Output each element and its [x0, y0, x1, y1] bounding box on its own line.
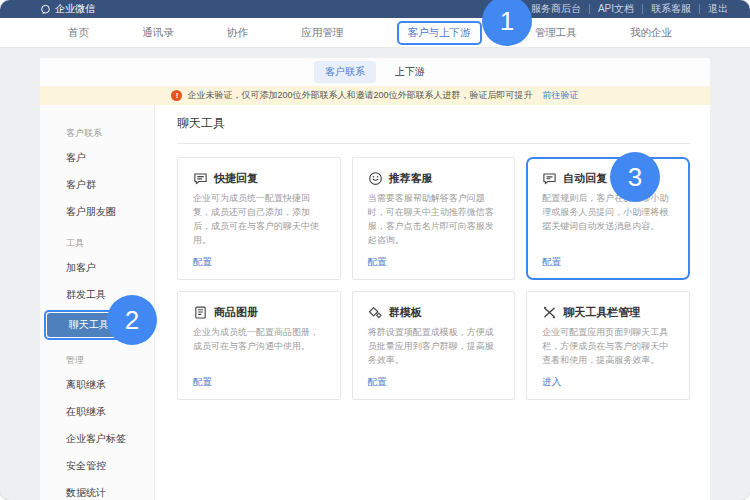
product-catalog-icon — [193, 305, 208, 320]
chat-toolbar-enter-link[interactable]: 进入 — [542, 368, 674, 389]
main-nav: 首页 通讯录 协作 应用管理 客户与上下游 管理工具 我的企业 — [0, 18, 750, 48]
nav-item-collaboration[interactable]: 协作 — [227, 26, 248, 40]
logout-link[interactable]: 退出 — [699, 4, 736, 14]
callout-step-3: 3 — [610, 152, 660, 202]
content-container: 客户联系 上下游 ! 企业未验证，仅可添加200位外部联系人和邀请200位外部联… — [40, 58, 710, 500]
sidebar-item-security-control[interactable]: 安全管控 — [40, 452, 154, 479]
go-verify-link[interactable]: 前往验证 — [543, 89, 579, 102]
sub-tab-bar: 客户联系 上下游 — [40, 58, 710, 86]
nav-item-contacts[interactable]: 通讯录 — [142, 26, 174, 40]
card-chat-toolbar: 聊天工具栏管理 企业可配置应用页面到聊天工具栏，方便成员在与客户的聊天中查看和使… — [526, 291, 690, 400]
nav-item-customers-updownstream[interactable]: 客户与上下游 — [397, 21, 482, 45]
service-provider-console-link[interactable]: 服务商后台 — [523, 4, 589, 14]
quick-reply-icon — [193, 171, 208, 186]
group-template-configure-link[interactable]: 配置 — [368, 368, 500, 389]
topbar-links: 服务商后台 API文档 联系客服 退出 — [523, 4, 736, 14]
nav-item-management-tools[interactable]: 管理工具 — [535, 26, 577, 40]
card-title: 推荐客服 — [389, 171, 433, 186]
contact-support-link[interactable]: 联系客服 — [642, 4, 699, 14]
product-catalog-configure-link[interactable]: 配置 — [193, 368, 325, 389]
verification-banner: ! 企业未验证，仅可添加200位外部联系人和邀请200位外部联系人进群，验证后即… — [40, 86, 710, 105]
sidebar-item-corp-customer-tags[interactable]: 企业客户标签 — [40, 425, 154, 452]
card-title: 聊天工具栏管理 — [563, 305, 640, 320]
nav-item-my-company[interactable]: 我的企业 — [630, 26, 672, 40]
card-title: 商品图册 — [214, 305, 258, 320]
card-title: 群模板 — [389, 305, 422, 320]
app-logo: 企业微信 — [40, 2, 95, 16]
card-description: 企业为成员统一配置商品图册，成员可在与客户沟通中使用。 — [193, 326, 325, 354]
nav-item-app-management[interactable]: 应用管理 — [301, 26, 343, 40]
card-title: 快捷回复 — [214, 171, 258, 186]
card-quick-reply: 快捷回复 企业可为成员统一配置快捷回复，成员还可自己添加，添加后，成员可在与客户… — [177, 157, 341, 280]
tab-customer-contact[interactable]: 客户联系 — [314, 61, 376, 83]
sidebar-section-customer-contact: 客户联系 — [40, 115, 154, 144]
screen: 企业微信 服务商后台 API文档 联系客服 退出 首页 通讯录 协作 应用管理 … — [0, 0, 750, 500]
sidebar-item-onjob-inheritance[interactable]: 在职继承 — [40, 398, 154, 425]
sidebar-section-tools: 工具 — [40, 225, 154, 254]
api-docs-link[interactable]: API文档 — [589, 4, 642, 14]
group-template-icon — [368, 305, 383, 320]
card-recommend-service: 推荐客服 当需要客服帮助解答客户问题时，可在聊天中主动推荐微信客服，客户点击名片… — [352, 157, 516, 280]
callout-step-2: 2 — [107, 295, 157, 345]
sidebar-item-data-statistics[interactable]: 数据统计 — [40, 479, 154, 500]
sidebar-item-customer-moments[interactable]: 客户朋友圈 — [40, 198, 154, 225]
tab-updownstream[interactable]: 上下游 — [384, 61, 436, 83]
wechat-work-bubble-icon — [40, 4, 51, 15]
top-bar: 企业微信 服务商后台 API文档 联系客服 退出 — [0, 0, 750, 18]
card-description: 将群设置项配置成模板，方便成员批量应用到客户群聊，提高服务效率。 — [368, 326, 500, 368]
chat-toolbar-tools-icon — [542, 305, 557, 320]
card-title: 自动回复 — [563, 171, 607, 186]
sidebar-item-customer-groups[interactable]: 客户群 — [40, 171, 154, 198]
sidebar-item-resigned-inheritance[interactable]: 离职继承 — [40, 371, 154, 398]
sidebar-item-customers[interactable]: 客户 — [40, 144, 154, 171]
auto-reply-icon — [542, 171, 557, 186]
card-description: 企业可配置应用页面到聊天工具栏，方便成员在与客户的聊天中查看和使用，提高服务效率… — [542, 326, 674, 368]
sidebar-item-add-customer[interactable]: 加客户 — [40, 254, 154, 281]
card-description: 当需要客服帮助解答客户问题时，可在聊天中主动推荐微信客服，客户点击名片即可向客服… — [368, 192, 500, 248]
card-product-catalog: 商品图册 企业为成员统一配置商品图册，成员可在与客户沟通中使用。 配置 — [177, 291, 341, 400]
nav-item-home[interactable]: 首页 — [68, 26, 89, 40]
sidebar-section-management: 管理 — [40, 342, 154, 371]
card-description: 企业可为成员统一配置快捷回复，成员还可自己添加，添加后，成员可在与客户的聊天中使… — [193, 192, 325, 248]
card-description: 配置规则后，客户在群里@小助理或服务人员提问，小助理将根据关键词自动发送消息内容… — [542, 192, 674, 234]
quick-reply-configure-link[interactable]: 配置 — [193, 248, 325, 269]
card-group-template: 群模板 将群设置项配置成模板，方便成员批量应用到客户群聊，提高服务效率。 配置 — [352, 291, 516, 400]
recommend-service-configure-link[interactable]: 配置 — [368, 248, 500, 269]
page-body: 客户联系 上下游 ! 企业未验证，仅可添加200位外部联系人和邀请200位外部联… — [0, 48, 750, 500]
card-auto-reply: 自动回复 配置规则后，客户在群里@小助理或服务人员提问，小助理将根据关键词自动发… — [526, 157, 690, 280]
banner-text: 企业未验证，仅可添加200位外部联系人和邀请200位外部联系人进群，验证后即可提… — [187, 89, 532, 102]
recommend-service-icon — [368, 171, 383, 186]
app-logo-text: 企业微信 — [55, 2, 95, 16]
tool-cards-grid: 快捷回复 企业可为成员统一配置快捷回复，成员还可自己添加，添加后，成员可在与客户… — [177, 157, 690, 400]
auto-reply-configure-link[interactable]: 配置 — [542, 248, 674, 269]
warning-icon: ! — [171, 90, 182, 101]
page-title: 聊天工具 — [177, 115, 690, 144]
